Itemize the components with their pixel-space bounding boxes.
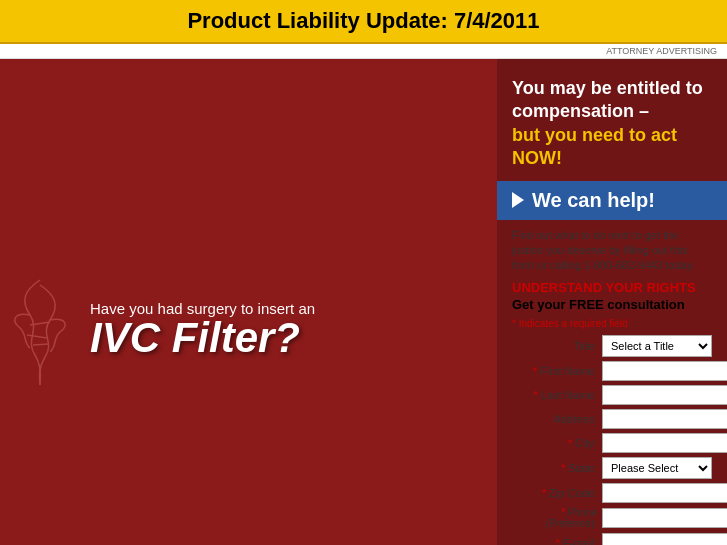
last-name-field[interactable] [602,385,727,405]
zip-field[interactable] [602,483,727,503]
right-required: * Indicates a required field [512,318,712,329]
label-firstname: * First Name: [512,365,602,377]
hero-left: Have you had surgery to insert an IVC Fi… [0,59,497,545]
first-name-field[interactable] [602,361,727,381]
right-understand: UNDERSTAND YOUR RIGHTS [512,280,712,295]
nerve-graphic [5,270,75,390]
form-row-phone: * Phone (Preferred): [512,507,712,529]
svg-line-2 [33,344,49,345]
banner-title: Product Liability Update: 7/4/2011 [10,8,717,34]
address-field[interactable] [602,409,727,429]
consultation-form: Title: Select a Title Mr. Mrs. Ms. Dr. *… [512,335,712,545]
hero-section: Have you had surgery to insert an IVC Fi… [0,59,727,545]
form-row-state: * State: Please Select ALAKAZAR CACOCTDE… [512,457,712,479]
form-row-email: * E-mail: [512,533,712,545]
label-email: * E-mail: [512,537,602,545]
form-row-lastname: * Last Name: [512,385,712,405]
we-can-help-box: We can help! [497,181,727,220]
entitle-main: You may be entitled to compensation – [512,78,703,121]
label-address: Address: [512,413,602,425]
attorney-bar: ATTORNEY ADVERTISING [0,44,727,59]
label-city: * City: [512,437,602,449]
form-row-city: * City: [512,433,712,453]
hero-right: You may be entitled to compensation – bu… [497,59,727,545]
form-row-address: Address: [512,409,712,429]
form-row-firstname: * First Name: [512,361,712,381]
hero-ivc-title: IVC Filter? [90,317,477,359]
svg-line-1 [27,335,47,338]
form-row-title: Title: Select a Title Mr. Mrs. Ms. Dr. [512,335,712,357]
form-row-zip: * Zip Code: [512,483,712,503]
label-lastname: * Last Name: [512,389,602,401]
label-state: * State: [512,462,602,474]
top-banner: Product Liability Update: 7/4/2011 [0,0,727,44]
right-find-out: Find out what to do next to get the just… [512,228,712,274]
label-zip: * Zip Code: [512,487,602,499]
hero-entitle: You may be entitled to compensation – bu… [512,77,712,171]
state-field[interactable]: Please Select ALAKAZAR CACOCTDE FLGAHIID… [602,457,712,479]
email-field[interactable] [602,533,727,545]
we-can-help-label: We can help! [532,189,655,212]
hero-act-now: but you need to act NOW! [512,125,677,168]
right-get-free: Get your FREE consultation [512,297,712,312]
hero-text-wrap: Have you had surgery to insert an IVC Fi… [90,300,477,359]
play-triangle-icon [512,192,524,208]
title-field[interactable]: Select a Title Mr. Mrs. Ms. Dr. [602,335,712,357]
phone-field[interactable] [602,508,727,528]
city-field[interactable] [602,433,727,453]
label-phone: * Phone (Preferred): [512,507,602,529]
label-title: Title: [512,340,602,352]
attorney-text: ATTORNEY ADVERTISING [606,46,717,56]
